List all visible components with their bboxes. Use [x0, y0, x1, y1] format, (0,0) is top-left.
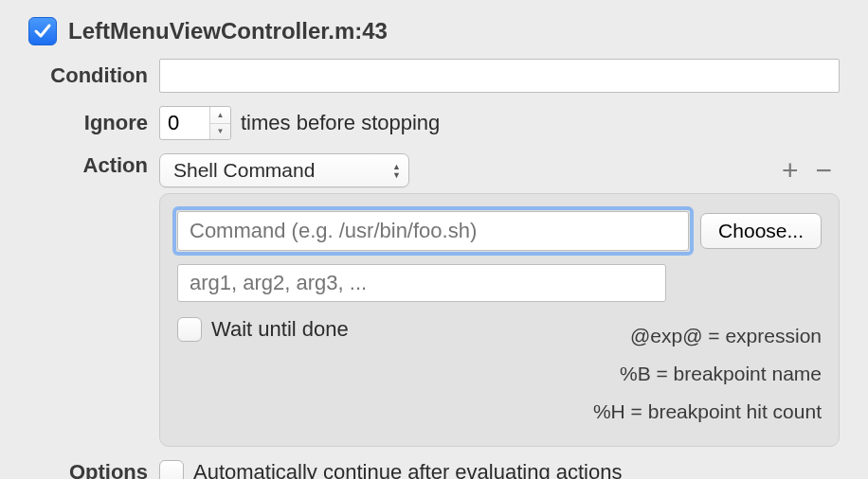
updown-icon: ▲▼ — [392, 163, 401, 179]
ignore-step-down[interactable]: ▼ — [210, 124, 230, 140]
hint-expression: @exp@ = expression — [593, 317, 822, 355]
choose-button[interactable]: Choose... — [700, 213, 822, 249]
ignore-label: Ignore — [28, 111, 159, 135]
action-type-value: Shell Command — [173, 159, 315, 182]
options-label: Options — [28, 460, 159, 479]
shell-command-input[interactable] — [177, 211, 689, 251]
wait-until-done-label: Wait until done — [211, 317, 349, 342]
auto-continue-label: Automatically continue after evaluating … — [193, 460, 622, 479]
shell-args-input[interactable] — [177, 264, 666, 302]
auto-continue-checkbox[interactable] — [159, 460, 184, 479]
ignore-stepper[interactable]: ▲ ▼ — [159, 106, 231, 140]
action-label: Action — [28, 153, 159, 178]
shell-command-panel: Choose... Wait until done @exp@ = expres… — [159, 193, 840, 447]
chevron-up-icon: ▲ — [217, 111, 225, 119]
action-type-popup[interactable]: Shell Command ▲▼ — [159, 153, 409, 187]
hint-breakpoint-hit-count: %H = breakpoint hit count — [593, 393, 822, 431]
wait-until-done-checkbox[interactable] — [177, 317, 202, 342]
remove-action-button[interactable]: − — [815, 156, 832, 185]
chevron-down-icon: ▼ — [217, 127, 225, 135]
breakpoint-enabled-checkbox[interactable] — [28, 17, 57, 45]
condition-label: Condition — [28, 63, 159, 88]
add-action-button[interactable]: + — [782, 156, 799, 185]
ignore-step-up[interactable]: ▲ — [210, 107, 230, 124]
condition-input[interactable] — [159, 59, 840, 93]
hint-breakpoint-name: %B = breakpoint name — [593, 355, 822, 393]
breakpoint-title: LeftMenuViewController.m:43 — [68, 18, 388, 44]
ignore-input[interactable] — [160, 107, 209, 139]
checkmark-icon — [33, 22, 52, 41]
ignore-suffix: times before stopping — [241, 111, 440, 135]
